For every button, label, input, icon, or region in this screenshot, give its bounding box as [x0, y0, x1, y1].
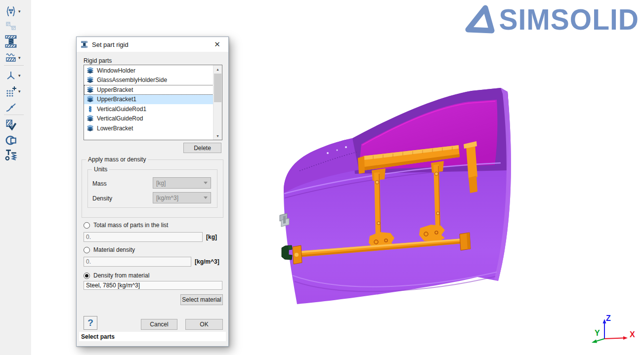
scrollbar-thumb[interactable] [214, 74, 221, 102]
delete-button[interactable]: Delete [183, 143, 221, 153]
review-results-icon [4, 133, 17, 146]
help-button[interactable]: ? [84, 316, 97, 330]
status-text: Select parts [81, 333, 115, 340]
density-label: Density [92, 195, 112, 202]
part-name: WindowHolder [97, 67, 135, 74]
density-unit-value: [kg/m^3] [156, 195, 178, 201]
solve-button[interactable] [4, 118, 28, 131]
mass-unit-select: [kg] [153, 177, 211, 189]
rigid-parts-list[interactable]: WindowHolder GlassAssemblyHolderSide Upp… [84, 65, 222, 140]
add-entity-grid-icon [4, 85, 17, 97]
chevron-down-icon[interactable]: ▾ [18, 74, 21, 78]
part-name: VerticalGuideRod1 [97, 106, 146, 113]
list-item[interactable]: VerticalGuideRod [84, 114, 214, 124]
review-results-button[interactable] [4, 133, 28, 146]
set-part-rigid-button[interactable] [4, 34, 28, 49]
units-group-label: Units [92, 166, 109, 173]
chevron-down-icon [204, 197, 208, 199]
mass-unit-value: [kg] [156, 180, 166, 187]
solve-check-icon [4, 118, 17, 131]
part-stack-icon [86, 115, 94, 122]
density-from-material-radio[interactable]: Density from material [84, 272, 149, 279]
part-stack-icon [86, 125, 94, 132]
select-material-button[interactable]: Select material [180, 294, 223, 305]
set-part-rigid-dialog: Set part rigid ✕ Rigid parts WindowHolde… [76, 37, 229, 347]
part-stack-icon [86, 67, 94, 74]
total-mass-input[interactable]: 0. [84, 232, 203, 242]
dialog-status-bar: Select parts [79, 332, 226, 341]
spline-curve-button[interactable] [4, 101, 28, 114]
list-item[interactable]: GlassAssemblyHolderSide [84, 76, 214, 85]
axis-triad: Z X Y [592, 314, 635, 343]
part-name: LowerBracket [97, 125, 133, 132]
ok-button[interactable]: OK [185, 319, 223, 330]
cancel-button[interactable]: Cancel [141, 319, 177, 330]
part-name: VerticalGuideRod [97, 115, 143, 122]
density-from-material-radio-label: Density from material [93, 272, 149, 279]
scroll-down-icon[interactable]: ▼ [214, 132, 222, 140]
toolbar-separator [4, 65, 24, 66]
material-density-input[interactable]: 0. [84, 257, 191, 267]
part-contacts-icon [4, 20, 17, 32]
material-field[interactable]: Steel, 7850 [kg/m^3] [84, 281, 222, 290]
list-item[interactable]: UpperBracket [84, 85, 214, 95]
simsolid-logo: SIMSOLID [462, 4, 639, 35]
car-door-model[interactable] [280, 88, 511, 304]
list-item[interactable]: VerticalGuideRod1 [84, 104, 214, 114]
list-item-selected[interactable]: UpperBracket1 [84, 95, 214, 105]
bolt-spring-connection-icon [4, 148, 17, 161]
total-mass-unit-label: [kg] [206, 234, 217, 240]
set-part-rigid-icon [4, 34, 18, 49]
altair-triangle-icon [462, 4, 495, 35]
toolbar-separator [4, 115, 24, 115]
axis-z-label: Z [606, 314, 611, 322]
rigid-parts-label: Rigid parts [84, 57, 112, 64]
spline-curve-icon [4, 101, 17, 113]
density-unit-select: [kg/m^3] [153, 192, 211, 203]
coordinate-system-button[interactable]: ▾ [4, 69, 28, 82]
chevron-down-icon[interactable]: ▾ [18, 89, 21, 94]
material-density-radio[interactable]: Material density [84, 246, 135, 253]
material-density-unit-label: [kg/m^3] [195, 258, 219, 265]
seam-weld-button[interactable]: ▾ [4, 51, 28, 64]
axis-x-label: X [630, 330, 635, 339]
connection-settings-icon [4, 5, 17, 17]
dialog-title: Set part rigid [92, 41, 129, 48]
part-name: GlassAssemblyHolderSide [97, 77, 167, 83]
part-stack-icon [86, 96, 94, 103]
logo-text: SIMSOLID [499, 4, 639, 34]
connection-settings-button[interactable]: ▾ [4, 5, 28, 18]
part-stack-icon [86, 86, 94, 93]
coordinate-system-icon [4, 70, 17, 81]
part-name: UpperBracket [97, 86, 133, 93]
chevron-down-icon [204, 182, 208, 184]
chevron-down-icon[interactable]: ▾ [18, 56, 21, 60]
list-item[interactable]: LowerBracket [84, 123, 214, 133]
material-density-radio-label: Material density [93, 246, 135, 253]
part-rod-icon [86, 106, 94, 113]
total-mass-radio[interactable]: Total mass of parts in the list [84, 222, 168, 229]
chevron-down-icon[interactable]: ▾ [18, 9, 21, 14]
part-stack-icon [86, 77, 94, 83]
left-toolbar: ▾ ▾ [0, 0, 31, 355]
radio-circle-icon[interactable] [84, 273, 90, 279]
list-item[interactable]: WindowHolder [84, 66, 214, 76]
seam-weld-icon [4, 52, 17, 64]
radio-circle-icon[interactable] [84, 222, 90, 229]
scroll-up-icon[interactable]: ▲ [214, 65, 222, 73]
total-mass-radio-label: Total mass of parts in the list [93, 222, 168, 229]
list-scrollbar[interactable]: ▲ ▼ [213, 65, 222, 140]
axis-y-label: Y [595, 329, 600, 337]
mass-label: Mass [92, 180, 107, 187]
set-part-rigid-icon [81, 40, 88, 48]
add-entity-button[interactable]: ▾ [4, 85, 28, 98]
apply-mass-group-label: Apply mass or density [86, 156, 148, 163]
part-name: UpperBracket1 [97, 96, 136, 103]
bolt-spring-connection-button[interactable] [4, 148, 28, 161]
radio-circle-icon[interactable] [84, 247, 90, 253]
dialog-titlebar[interactable]: Set part rigid ✕ [77, 37, 228, 52]
part-contacts-button [4, 20, 28, 33]
close-icon[interactable]: ✕ [206, 37, 228, 52]
